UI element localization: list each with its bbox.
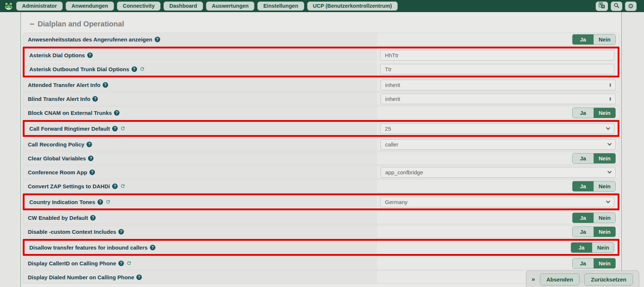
help-icon[interactable]: ? bbox=[88, 156, 93, 161]
toggle-yes-button[interactable]: Ja bbox=[573, 181, 593, 191]
setting-label: Call Recording Policy bbox=[28, 141, 84, 148]
toggle-yes-button[interactable]: Ja bbox=[573, 258, 593, 268]
help-icon[interactable]: ? bbox=[87, 52, 93, 58]
chevron-down-icon bbox=[607, 201, 610, 203]
toggle-yes-button[interactable]: Ja bbox=[571, 243, 592, 253]
nav-menu: AdministratorAnwendungenConnectivityDash… bbox=[16, 1, 398, 11]
select-input[interactable]: inherit▴▾ bbox=[380, 94, 616, 104]
help-icon[interactable]: ? bbox=[118, 229, 124, 235]
help-icon[interactable]: ? bbox=[118, 261, 124, 266]
setting-group: Convert ZAP Settings to DAHDi?JaNein bbox=[23, 179, 619, 193]
refresh-icon[interactable] bbox=[120, 184, 125, 189]
help-icon[interactable]: ? bbox=[155, 37, 160, 42]
setting-control-cell: JaNein bbox=[377, 241, 618, 254]
setting-label-cell: Display CallerID on Calling Phone? bbox=[23, 257, 377, 269]
toggle-no-button[interactable]: Nein bbox=[592, 243, 614, 253]
content-panel: − Dialplan and Operational Anwesenheitss… bbox=[21, 12, 622, 287]
submit-button[interactable]: Absenden bbox=[540, 273, 580, 286]
help-icon[interactable]: ? bbox=[114, 110, 119, 116]
help-icon[interactable]: ? bbox=[92, 96, 98, 102]
toggle-yes-button[interactable]: Ja bbox=[573, 227, 593, 237]
refresh-icon[interactable] bbox=[106, 199, 111, 204]
nav-item-administrator[interactable]: Administrator bbox=[16, 1, 63, 11]
updown-arrows-icon: ▴▾ bbox=[610, 83, 611, 87]
setting-row: CW Enabled by Default?JaNein bbox=[23, 211, 619, 224]
text-input[interactable] bbox=[380, 50, 614, 61]
setting-label: Block CNAM on External Trunks bbox=[28, 110, 112, 116]
toggle-no-button[interactable]: Nein bbox=[593, 34, 615, 44]
help-icon[interactable]: ? bbox=[136, 275, 142, 280]
help-icon[interactable]: ? bbox=[90, 215, 96, 221]
setting-row: Attended Transfer Alert Info?inherit▴▾ bbox=[23, 78, 619, 91]
help-icon[interactable]: ? bbox=[89, 170, 95, 175]
toggle-no-button[interactable]: Nein bbox=[593, 181, 615, 191]
changed-setting-group: Call Forward Ringtimer Default?25 bbox=[23, 120, 619, 137]
setting-label: Conference Room App bbox=[28, 169, 87, 175]
yes-no-toggle: JaNein bbox=[571, 242, 614, 253]
setting-label: Anwesenheitsstatus des Angerufenen anzei… bbox=[28, 36, 152, 43]
yes-no-toggle: JaNein bbox=[572, 212, 616, 223]
setting-label: Disable -custom Context Includes bbox=[28, 229, 116, 235]
frog-logo[interactable] bbox=[2, 1, 15, 12]
setting-row: Disable -custom Context Includes?JaNein bbox=[23, 225, 619, 238]
search-button[interactable] bbox=[611, 1, 622, 11]
nav-item-einstellungen[interactable]: Einstellungen bbox=[257, 1, 304, 11]
select-input[interactable]: 25 bbox=[380, 123, 614, 134]
setting-control-cell: app_confbridge bbox=[377, 166, 619, 178]
toggle-no-button[interactable]: Nein bbox=[593, 258, 615, 268]
help-icon[interactable]: ? bbox=[112, 184, 118, 189]
setting-control-cell: caller bbox=[377, 138, 619, 150]
setting-control-cell bbox=[377, 62, 618, 76]
toggle-yes-button[interactable]: Ja bbox=[573, 213, 593, 223]
setting-label-cell: Disable -custom Context Includes? bbox=[23, 225, 377, 238]
toggle-yes-button[interactable]: Ja bbox=[573, 34, 593, 44]
setting-label-cell: Display Dialed Number on Calling Phone? bbox=[23, 271, 377, 283]
help-icon[interactable]: ? bbox=[150, 245, 155, 250]
refresh-icon[interactable] bbox=[140, 66, 145, 72]
nav-item-connectivity[interactable]: Connectivity bbox=[117, 1, 161, 11]
reset-button[interactable]: Zurücksetzen bbox=[584, 273, 633, 286]
select-input[interactable]: Germany bbox=[380, 197, 614, 207]
toggle-no-button[interactable]: Nein bbox=[593, 153, 615, 163]
toggle-no-button[interactable]: Nein bbox=[593, 227, 615, 237]
collapse-section-icon[interactable]: − bbox=[30, 20, 34, 28]
nav-item-ucp-benutzerkontrollzentrum[interactable]: UCP (Benutzerkontrollzentrum) bbox=[307, 1, 398, 11]
nav-item-anwendungen[interactable]: Anwendungen bbox=[66, 1, 114, 11]
refresh-icon[interactable] bbox=[126, 261, 132, 266]
select-input[interactable]: caller bbox=[380, 139, 616, 150]
chevron-down-icon bbox=[608, 144, 611, 145]
nav-item-auswertungen[interactable]: Auswertungen bbox=[206, 1, 255, 11]
setting-row: Call Forward Ringtimer Default?25 bbox=[25, 122, 618, 135]
help-icon[interactable]: ? bbox=[97, 199, 103, 205]
expand-button[interactable]: » bbox=[531, 276, 535, 283]
setting-row: Disallow transfer features for inbound c… bbox=[25, 241, 618, 254]
help-icon[interactable]: ? bbox=[87, 142, 92, 147]
setting-label-cell: Attended Transfer Alert Info? bbox=[23, 79, 377, 91]
text-input[interactable] bbox=[380, 64, 614, 75]
select-input[interactable]: inherit▴▾ bbox=[380, 80, 616, 90]
toggle-no-button[interactable]: Nein bbox=[593, 213, 615, 223]
floating-action-bar: » Absenden Zurücksetzen bbox=[526, 270, 639, 287]
setting-label: Clear Global Variables bbox=[28, 155, 86, 161]
setting-label-cell: Disallow transfer features for inbound c… bbox=[25, 241, 377, 254]
toggle-yes-button[interactable]: Ja bbox=[573, 108, 593, 118]
nav-item-dashboard[interactable]: Dashboard bbox=[163, 1, 203, 11]
setting-label-cell: Convert ZAP Settings to DAHDi? bbox=[23, 180, 377, 192]
setting-control-cell: JaNein bbox=[377, 106, 619, 119]
translate-button[interactable]: A bbox=[596, 1, 608, 11]
select-input[interactable]: app_confbridge bbox=[380, 167, 616, 178]
setting-label: Disallow transfer features for inbound c… bbox=[29, 244, 148, 251]
toggle-yes-button[interactable]: Ja bbox=[573, 153, 593, 163]
section-title: Dialplan and Operational bbox=[38, 20, 124, 28]
help-icon[interactable]: ? bbox=[103, 82, 108, 88]
help-icon[interactable]: ? bbox=[112, 126, 118, 131]
setting-label-cell: Call Forward Ringtimer Default? bbox=[25, 122, 377, 135]
changed-setting-group: Asterisk Dial Options?Asterisk Outbound … bbox=[23, 47, 619, 77]
setting-label-cell: Blind Transfer Alert Info? bbox=[23, 92, 377, 105]
settings-button[interactable]: ⚙ bbox=[625, 1, 637, 11]
help-icon[interactable]: ? bbox=[132, 66, 137, 72]
setting-row: Asterisk Outbound Trunk Dial Options? bbox=[25, 62, 618, 76]
setting-label-cell: Asterisk Dial Options? bbox=[25, 48, 377, 62]
toggle-no-button[interactable]: Nein bbox=[593, 108, 615, 118]
refresh-icon[interactable] bbox=[120, 126, 125, 131]
